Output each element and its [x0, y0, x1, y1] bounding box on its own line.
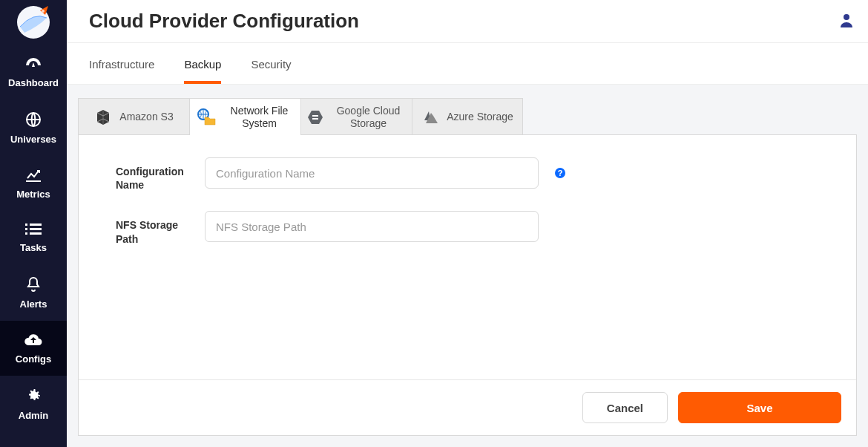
- list-icon: [25, 223, 42, 238]
- cancel-button[interactable]: Cancel: [582, 392, 668, 423]
- bell-icon: [26, 276, 41, 295]
- sidebar-item-label: Tasks: [20, 243, 47, 252]
- provider-tabs: Amazon S3 Network File System Google Clo…: [78, 85, 857, 135]
- sidebar-item-label: Configs: [16, 354, 51, 364]
- input-nfs-path[interactable]: [205, 211, 539, 242]
- sidebar-item-label: Metrics: [16, 189, 50, 199]
- help-icon[interactable]: ?: [553, 166, 567, 180]
- provider-tab-label: Google Cloud Storage: [331, 105, 406, 130]
- sidebar-item-label: Dashboard: [8, 78, 59, 88]
- provider-tab-label: Azure Storage: [447, 111, 513, 123]
- label-nfs-path: NFS Storage Path: [116, 211, 190, 245]
- input-config-name[interactable]: [205, 157, 539, 189]
- svg-rect-12: [312, 115, 318, 117]
- network-folder-icon: [196, 108, 217, 126]
- topbar: Cloud Provider Configuration: [67, 0, 868, 43]
- main-area: Cloud Provider Configuration Infrastruct…: [67, 0, 868, 447]
- svg-rect-13: [312, 118, 318, 120]
- provider-tab-label: Network File System: [224, 105, 295, 130]
- gcs-icon: [307, 109, 323, 125]
- label-config-name: Configuration Name: [116, 157, 190, 192]
- svg-marker-11: [308, 111, 323, 124]
- tab-infrastructure[interactable]: Infrastructure: [89, 58, 154, 84]
- row-nfs-path: NFS Storage Path: [116, 211, 819, 245]
- form-area: Configuration Name ? NFS Storage Path: [79, 135, 856, 379]
- provider-tab-nfs[interactable]: Network File System: [189, 98, 300, 135]
- provider-tab-azure[interactable]: Azure Storage: [412, 98, 523, 135]
- panel-footer: Cancel Save: [79, 379, 856, 435]
- sidebar-item-admin[interactable]: Admin: [0, 376, 67, 432]
- svg-rect-4: [30, 224, 42, 226]
- azure-icon: [421, 110, 439, 125]
- svg-rect-6: [30, 228, 42, 230]
- svg-rect-5: [25, 228, 27, 230]
- content-area: Amazon S3 Network File System Google Clo…: [67, 85, 868, 447]
- sidebar: Dashboard Universes Metrics Tasks Alerts…: [0, 0, 67, 447]
- gear-icon: [25, 388, 42, 406]
- provider-tab-label: Amazon S3: [119, 111, 173, 123]
- app-logo: [16, 4, 51, 40]
- globe-icon: [25, 111, 42, 130]
- tab-backup[interactable]: Backup: [184, 58, 221, 84]
- chart-line-icon: [24, 168, 42, 185]
- sidebar-item-label: Alerts: [20, 299, 47, 309]
- sidebar-item-alerts[interactable]: Alerts: [0, 264, 67, 321]
- svg-point-1: [42, 10, 45, 13]
- sidebar-item-label: Admin: [19, 411, 48, 420]
- sidebar-item-tasks[interactable]: Tasks: [0, 211, 67, 264]
- config-panel: Configuration Name ? NFS Storage Path Ca…: [78, 134, 857, 436]
- sidebar-item-dashboard[interactable]: Dashboard: [0, 45, 67, 99]
- cloud-upload-icon: [24, 333, 43, 350]
- page-title: Cloud Provider Configuration: [89, 10, 359, 33]
- tab-security[interactable]: Security: [251, 58, 291, 84]
- sidebar-item-metrics[interactable]: Metrics: [0, 156, 67, 211]
- provider-tab-gcs[interactable]: Google Cloud Storage: [300, 98, 412, 135]
- svg-rect-8: [30, 232, 42, 235]
- sidebar-item-label: Universes: [10, 134, 56, 144]
- user-icon[interactable]: [840, 13, 853, 30]
- svg-rect-7: [25, 232, 27, 235]
- provider-tab-amazon-s3[interactable]: Amazon S3: [78, 98, 189, 135]
- row-config-name: Configuration Name ?: [116, 157, 819, 192]
- svg-rect-3: [25, 224, 27, 226]
- svg-text:?: ?: [558, 169, 563, 177]
- dashboard-icon: [24, 56, 42, 74]
- save-button[interactable]: Save: [678, 392, 841, 423]
- svg-point-9: [844, 14, 849, 20]
- sidebar-item-configs[interactable]: Configs: [0, 321, 67, 376]
- amazon-s3-icon: [94, 108, 112, 126]
- sidebar-item-universes[interactable]: Universes: [0, 99, 67, 156]
- top-tabs: Infrastructure Backup Security: [67, 43, 868, 85]
